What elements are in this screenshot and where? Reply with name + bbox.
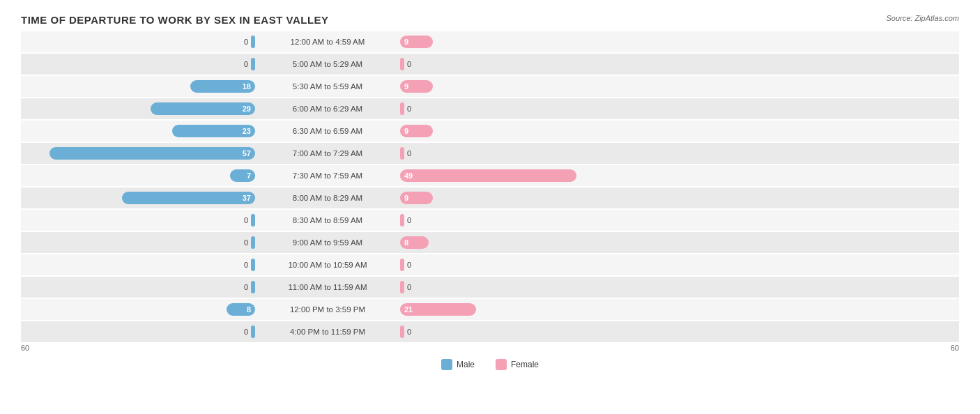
left-bar-area: 0 — [21, 321, 258, 342]
right-bar-area: 0 — [397, 321, 634, 342]
time-label: 5:30 AM to 5:59 AM — [258, 82, 397, 91]
male-value: 0 — [234, 216, 248, 224]
time-label: 6:00 AM to 6:29 AM — [258, 105, 397, 113]
table-row: 0 11:00 AM to 11:59 AM 0 — [21, 277, 959, 298]
female-value: 0 — [407, 60, 421, 68]
table-row: 0 8:30 AM to 8:59 AM 0 — [21, 210, 959, 231]
female-value: 0 — [407, 328, 421, 336]
left-bar-area: 18 — [21, 76, 258, 97]
chart-title: TIME OF DEPARTURE TO WORK BY SEX IN EAST… — [21, 14, 959, 26]
female-bar: 9 — [400, 36, 433, 48]
female-value: 0 — [407, 216, 421, 224]
male-value: 0 — [234, 60, 248, 68]
female-bar: 8 — [400, 236, 429, 249]
female-bar: 49 — [400, 169, 576, 182]
table-row: 18 5:30 AM to 5:59 AM 9 — [21, 76, 959, 97]
male-value: 0 — [234, 38, 248, 46]
table-row: 23 6:30 AM to 6:59 AM 9 — [21, 121, 959, 141]
time-label: 5:00 AM to 5:29 AM — [258, 60, 397, 68]
table-row: 29 6:00 AM to 6:29 AM 0 — [21, 98, 959, 119]
male-value: 57 — [243, 149, 251, 158]
male-value: 37 — [243, 194, 251, 202]
chart-container: TIME OF DEPARTURE TO WORK BY SEX IN EAST… — [0, 0, 980, 414]
time-label: 10:00 AM to 10:59 AM — [258, 261, 397, 269]
female-value: 9 — [404, 127, 408, 135]
time-label: 11:00 AM to 11:59 AM — [258, 283, 397, 291]
left-bar-area: 0 — [21, 210, 258, 231]
left-bar-area: 0 — [21, 277, 258, 298]
female-value: 0 — [407, 261, 421, 269]
table-row: 0 4:00 PM to 11:59 PM 0 — [21, 321, 959, 342]
male-bar — [251, 236, 255, 249]
axis-labels: 60 60 — [21, 344, 959, 353]
male-bar: 8 — [227, 303, 255, 316]
table-row: 0 12:00 AM to 4:59 AM 9 — [21, 31, 959, 52]
right-bar-area: 21 — [397, 299, 634, 320]
left-bar-area: 0 — [21, 232, 258, 253]
right-bar-area: 0 — [397, 54, 634, 75]
male-value: 29 — [243, 105, 251, 113]
table-row: 7 7:30 AM to 7:59 AM 49 — [21, 165, 959, 186]
legend-female: Female — [496, 359, 539, 370]
right-bar-area: 0 — [397, 143, 634, 164]
right-bar-area: 9 — [397, 76, 634, 97]
female-value: 0 — [407, 149, 421, 158]
male-bar: 7 — [230, 169, 255, 182]
table-row: 0 10:00 AM to 10:59 AM 0 — [21, 254, 959, 275]
right-bar-area: 0 — [397, 210, 634, 231]
female-value: 21 — [404, 305, 413, 314]
time-label: 7:30 AM to 7:59 AM — [258, 171, 397, 180]
female-value: 0 — [407, 283, 421, 291]
left-bar-area: 29 — [21, 98, 258, 119]
left-bar-area: 37 — [21, 187, 258, 208]
legend-row: Male Female — [21, 359, 959, 370]
female-bar: 9 — [400, 80, 433, 93]
time-label: 4:00 PM to 11:59 PM — [258, 328, 397, 336]
male-bar: 23 — [172, 125, 255, 137]
legend-male-box — [441, 359, 452, 370]
female-bar: 21 — [400, 303, 476, 316]
female-bar — [400, 281, 404, 293]
male-bar — [251, 281, 255, 293]
axis-left: 60 — [21, 344, 258, 352]
right-bar-area: 9 — [397, 187, 634, 208]
male-bar — [251, 36, 255, 48]
male-bar: 57 — [49, 147, 255, 160]
time-label: 9:00 AM to 9:59 AM — [258, 238, 397, 247]
female-value: 8 — [404, 238, 408, 247]
female-bar — [400, 259, 404, 271]
female-bar: 9 — [400, 192, 433, 204]
left-bar-area: 23 — [21, 121, 258, 141]
male-bar — [251, 58, 255, 70]
female-value: 0 — [407, 105, 421, 113]
male-value: 0 — [234, 328, 248, 336]
male-value: 23 — [243, 127, 251, 135]
left-bar-area: 0 — [21, 254, 258, 275]
male-value: 8 — [247, 305, 251, 314]
left-bar-area: 8 — [21, 299, 258, 320]
male-bar — [251, 325, 255, 338]
female-value: 9 — [404, 38, 408, 46]
female-bar — [400, 58, 404, 70]
legend-male: Male — [441, 359, 475, 370]
time-label: 7:00 AM to 7:29 AM — [258, 149, 397, 158]
time-label: 12:00 PM to 3:59 PM — [258, 305, 397, 314]
male-bar: 37 — [122, 192, 255, 204]
right-bar-area: 0 — [397, 254, 634, 275]
chart-area: 0 12:00 AM to 4:59 AM 9 0 5:00 AM to 5:2… — [21, 31, 959, 370]
female-bar — [400, 325, 404, 338]
time-label: 6:30 AM to 6:59 AM — [258, 127, 397, 135]
legend-male-label: Male — [457, 360, 475, 369]
table-row: 37 8:00 AM to 8:29 AM 9 — [21, 187, 959, 208]
female-bar — [400, 147, 404, 160]
male-bar: 18 — [190, 80, 255, 93]
female-value: 49 — [404, 171, 413, 180]
time-label: 8:00 AM to 8:29 AM — [258, 194, 397, 202]
legend-female-box — [496, 359, 507, 370]
male-bar — [251, 214, 255, 227]
right-bar-area: 0 — [397, 98, 634, 119]
female-value: 9 — [404, 194, 408, 202]
time-label: 8:30 AM to 8:59 AM — [258, 216, 397, 224]
left-bar-area: 0 — [21, 54, 258, 75]
table-row: 8 12:00 PM to 3:59 PM 21 — [21, 299, 959, 320]
